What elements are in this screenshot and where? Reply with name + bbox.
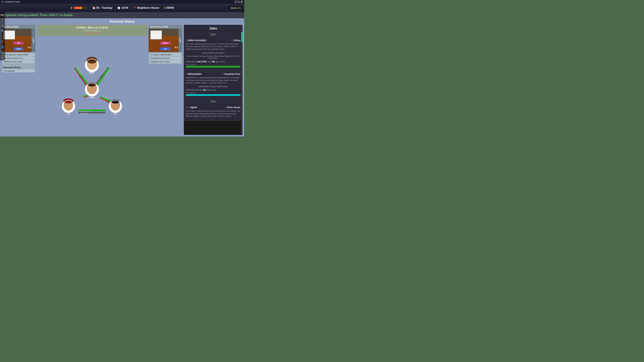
job-role-1: Sales Assistant bbox=[188, 39, 206, 41]
sidebar-circle-icon[interactable]: ○ bbox=[1, 34, 4, 38]
relationship-lines-svg: opinion (100.0) allure (134.4) conflict … bbox=[37, 54, 147, 118]
girls-room-bed bbox=[150, 30, 162, 39]
day-display: 93 - Tuesday bbox=[96, 6, 112, 9]
my-room-image: conflict Jill Vitek 0.0 bbox=[2, 29, 35, 52]
title-bar: 🎮 Straitened Times ─ □ ✕ bbox=[0, 0, 244, 4]
svg-text:conflict (0.0): conflict (0.0) bbox=[81, 112, 88, 114]
status-bathroom-right: Bathroom lock is intact bbox=[150, 60, 181, 63]
room-bed bbox=[3, 30, 15, 39]
work-opinion-bar-2 bbox=[186, 94, 240, 96]
minimize-button[interactable]: ─ bbox=[234, 1, 237, 3]
svg-text:opinion (90.0): opinion (90.0) bbox=[81, 110, 89, 112]
jobs-main-header: Main bbox=[184, 32, 242, 37]
dishwasher-job[interactable]: a dishwasher in Roadside Diner Dishwashe… bbox=[184, 71, 242, 99]
job-as-1: a bbox=[186, 39, 187, 41]
job-desc-3: As an agent, I need to search for one-ti… bbox=[186, 110, 240, 117]
job-note-2: I should take at least 2 shifts a week. bbox=[186, 85, 240, 87]
relationship-diagram: opinion (100.0) allure (134.4) conflict … bbox=[37, 37, 147, 135]
clock-icon: 🕐 bbox=[118, 6, 120, 9]
clipboard-bar: Clipboard voicing enabled. Press 'shift+… bbox=[0, 12, 244, 18]
job-company-1: XShop bbox=[234, 39, 240, 41]
sidebar-chevron-right[interactable]: ▶▶ bbox=[0, 13, 5, 17]
left-sidebar: ▶▶ 📍 ⬇ 🔍 ○ ⬇ 👤 ⊞ ⚙ bbox=[0, 12, 5, 60]
agent-job[interactable]: as a agent in Photo Studio As an agent, … bbox=[184, 104, 242, 121]
job-shift-1: shift lenght until 18:00 pay $50 (per ho… bbox=[186, 60, 240, 63]
sales-assistant-job[interactable]: a Sales Assistant in XShop The Sales Ass… bbox=[184, 37, 242, 71]
window-title: 🎮 Straitened Times bbox=[1, 1, 20, 3]
conflict-title: Conflict: Mom vs Lil (0.0) bbox=[40, 26, 144, 29]
lightning-icon: ⚡ bbox=[70, 6, 73, 9]
location-item: 📍 Neighbors House bbox=[133, 6, 159, 9]
svg-text:Mom: Mom bbox=[90, 71, 94, 74]
diagram-container: opinion (100.0) allure (134.4) conflict … bbox=[37, 54, 147, 118]
my-room-header: My Room (204) bbox=[2, 25, 35, 29]
girls-room-status-list: It's always single bedded No adult chann… bbox=[148, 52, 182, 64]
sidebar-settings-icon[interactable]: ⚙ bbox=[1, 56, 4, 60]
girls-room: Girls' Room (206) conflict Mom bbox=[148, 25, 182, 64]
window-controls: ─ □ ✕ bbox=[234, 1, 243, 3]
left-panel: My Room (204) conflict Jill bbox=[2, 25, 35, 135]
mom-badge: Mom bbox=[160, 41, 170, 44]
alt-room-section: Alternative Room Not reserved bbox=[2, 65, 35, 72]
conflict-detail: - sharing the room bbox=[40, 32, 144, 34]
svg-text:Vitek: Vitek bbox=[90, 96, 95, 99]
job-shift-2: shift lenght 2 pay $14 (per hour) bbox=[186, 89, 240, 91]
job-as-2: a bbox=[186, 73, 187, 75]
vitek-badge: Vitek bbox=[14, 47, 24, 50]
restore-button[interactable]: □ bbox=[238, 1, 240, 3]
time-display: 14:00 bbox=[121, 6, 128, 9]
energy-item: ⚡ bbox=[70, 6, 88, 9]
mobile-label[interactable]: Mobile (C) bbox=[229, 6, 242, 10]
section-title: Personal Status bbox=[0, 18, 244, 25]
sidebar-download-icon[interactable]: ⬇ bbox=[1, 23, 4, 27]
sidebar-search-icon[interactable]: 🔍 bbox=[0, 29, 5, 33]
sidebar-person-icon[interactable]: 👤 bbox=[0, 45, 5, 49]
status-no-adult-right: No adult channels now bbox=[150, 57, 181, 60]
job-in-2: in bbox=[222, 73, 224, 75]
girls-room-panel: Girls' Room (206) conflict Mom bbox=[148, 25, 182, 135]
calendar-icon: 📅 bbox=[92, 6, 95, 9]
clipboard-message: Clipboard voicing enabled. Press 'shift+… bbox=[3, 13, 74, 17]
money-display: 50000 bbox=[166, 6, 174, 9]
girls-room-header: Girls' Room (206) bbox=[148, 25, 182, 29]
job-desc-1: The Sales Assistant is an errand boy. Yo… bbox=[186, 43, 240, 50]
shift-pay-2: $14 bbox=[203, 89, 206, 91]
jobs-panel: Jobs Main a Sales Assistant bbox=[184, 25, 242, 135]
job-schedule-1: Her workdays: Sunday, Monday, Wednesday,… bbox=[186, 55, 240, 59]
sidebar-download2-icon[interactable]: ⬇ bbox=[1, 39, 4, 43]
conflict-value-right: 0.0 bbox=[175, 46, 178, 49]
job-company-2: Roadside Diner bbox=[224, 73, 240, 75]
job-company-3: Photo Studio bbox=[227, 106, 240, 109]
job-note-1: I can work there only with Lil. bbox=[186, 52, 240, 54]
sidebar-location-icon[interactable]: 📍 bbox=[0, 18, 5, 22]
job-in-3: in bbox=[224, 106, 226, 109]
time-item: 🕐 14:00 bbox=[118, 6, 128, 9]
jobs-content[interactable]: Main a Sales Assistant in XShop bbox=[184, 32, 242, 135]
work-opinion-bar-1 bbox=[186, 66, 240, 67]
my-room-panel: My Room (204) conflict Jill bbox=[2, 25, 35, 72]
status-bathroom-left: Bathroom lock is intact bbox=[3, 60, 34, 63]
scrollbar-track bbox=[241, 32, 242, 135]
svg-text:Lil: Lil bbox=[67, 113, 70, 115]
sidebar-grid-icon[interactable]: ⊞ bbox=[1, 50, 4, 54]
content-row: My Room (204) conflict Jill bbox=[0, 25, 244, 137]
shift-value-2: 2 bbox=[196, 89, 198, 91]
conflict-subtitle: yesterday impacts bbox=[40, 29, 144, 32]
jobs-header: Jobs bbox=[184, 25, 242, 32]
money-icon: $ bbox=[164, 6, 166, 9]
status-mom-agreed: Mom agreed to single bedded bbox=[3, 53, 34, 56]
jobs-side-header: Side bbox=[184, 99, 242, 104]
close-button[interactable]: ✕ bbox=[240, 1, 243, 3]
my-room-status-list: Mom agreed to single bedded No adult cha… bbox=[2, 52, 35, 64]
jill-badge: Jill bbox=[14, 41, 24, 44]
conflict-box: Conflict: Mom vs Lil (0.0) yesterday imp… bbox=[37, 25, 147, 36]
not-reserved-badge: Not reserved bbox=[3, 69, 34, 72]
job-role-3: agent bbox=[190, 106, 197, 109]
app-icon: 🎮 bbox=[1, 1, 4, 3]
center-panel: Conflict: Mom vs Lil (0.0) yesterday imp… bbox=[37, 25, 147, 135]
scroll-down-icon[interactable]: ⌄ bbox=[121, 134, 123, 137]
app-window: 🎮 Straitened Times ─ □ ✕ ⚡ 📅 93 - Tuesda… bbox=[0, 0, 244, 137]
work-opinion-label-2: work opinion bbox=[186, 92, 240, 94]
status-single-bedded: It's always single bedded bbox=[150, 53, 181, 56]
scrollbar-thumb[interactable] bbox=[241, 32, 242, 42]
